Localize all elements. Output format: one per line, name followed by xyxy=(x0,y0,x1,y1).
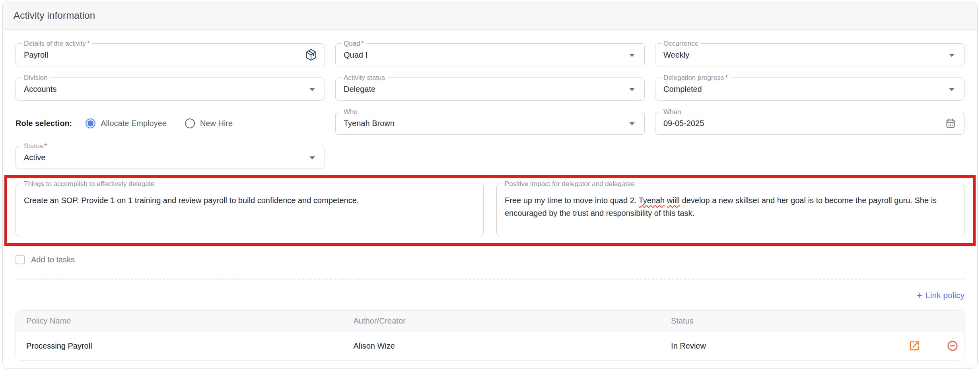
status-select[interactable]: Status* Active xyxy=(16,146,325,169)
details-of-activity-field[interactable]: Details of the activity* Payroll xyxy=(16,43,325,66)
dashed-divider xyxy=(16,279,964,279)
role-selection-label: Role selection: xyxy=(16,119,72,128)
who-select[interactable]: Who Tyenah Brown xyxy=(335,112,645,135)
cube-icon xyxy=(305,48,317,61)
status-cell: In Review xyxy=(661,341,879,351)
external-link-icon[interactable] xyxy=(908,340,920,352)
radio-selected-icon xyxy=(86,118,95,128)
required-marker: * xyxy=(362,40,364,47)
field-label: Activity status xyxy=(341,74,387,82)
add-to-tasks-checkbox[interactable]: Add to tasks xyxy=(16,255,964,264)
policy-name-cell: Processing Payroll xyxy=(16,341,343,351)
when-date-field[interactable]: When 09-05-2025 xyxy=(655,112,964,135)
activity-information-card: Activity information Details of the acti… xyxy=(2,1,978,369)
field-value: Accounts xyxy=(24,85,56,94)
field-value: 09-05-2025 xyxy=(663,119,704,128)
row-actions xyxy=(879,340,964,352)
field-value: Active xyxy=(24,153,45,162)
occurrence-select[interactable]: Occurrence Weekly xyxy=(655,43,964,66)
division-select[interactable]: Division Accounts xyxy=(16,78,325,101)
field-value: Payroll xyxy=(24,50,48,60)
checkbox-icon xyxy=(16,255,25,264)
radio-label: Allocate Employee xyxy=(101,119,167,128)
author-cell: Alison Wize xyxy=(343,341,661,351)
link-policy-button[interactable]: + Link policy xyxy=(917,290,964,301)
field-value: Quad I xyxy=(344,50,368,60)
field-label: Division xyxy=(21,74,50,82)
field-label: Positive impact for delegator and delega… xyxy=(502,180,637,188)
radio-unselected-icon xyxy=(185,118,195,128)
required-marker: * xyxy=(44,142,47,150)
column-header-status: Status xyxy=(661,316,879,326)
field-value: Tyenah Brown xyxy=(344,119,395,128)
field-label: Details of the activity* xyxy=(21,40,92,48)
field-value: Completed xyxy=(663,85,702,94)
link-policy-label: Link policy xyxy=(926,291,964,300)
field-value: Weekly xyxy=(663,50,689,60)
column-header-policy-name: Policy Name xyxy=(16,316,343,326)
field-label: Things to accomplish to effectively dele… xyxy=(21,180,157,188)
form-content: Details of the activity* Payroll Quad* Q… xyxy=(3,30,977,361)
card-header: Activity information xyxy=(3,1,977,30)
quad-select[interactable]: Quad* Quad I xyxy=(335,43,645,66)
form-grid: Details of the activity* Payroll Quad* Q… xyxy=(16,43,964,169)
page-title: Activity information xyxy=(14,10,95,21)
field-label: Delegation progress* xyxy=(661,74,730,82)
plus-icon: + xyxy=(917,290,922,301)
policy-table-header: Policy Name Author/Creator Status xyxy=(16,311,964,332)
policy-table: Policy Name Author/Creator Status Proces… xyxy=(16,310,964,361)
field-label: Occurrence xyxy=(661,40,701,48)
positive-impact-value: Free up my time to move into quad 2. Tye… xyxy=(497,184,964,219)
link-policy-row: + Link policy xyxy=(16,290,964,301)
role-selection-group: Role selection: Allocate Employee New Hi… xyxy=(16,112,325,135)
field-label: Status* xyxy=(21,142,49,150)
dropdown-arrow-icon xyxy=(949,88,955,91)
dropdown-arrow-icon xyxy=(949,54,955,57)
activity-status-select[interactable]: Activity status Delegate xyxy=(335,78,645,101)
radio-label: New Hire xyxy=(200,119,233,128)
remove-circle-icon[interactable] xyxy=(947,340,959,352)
dropdown-arrow-icon xyxy=(629,88,635,91)
positive-impact-textarea[interactable]: Positive impact for delegator and delega… xyxy=(496,184,964,236)
field-value: Delegate xyxy=(344,85,375,94)
required-marker: * xyxy=(87,40,90,47)
dropdown-arrow-icon xyxy=(629,54,635,57)
dropdown-arrow-icon xyxy=(629,122,635,125)
things-to-accomplish-textarea[interactable]: Things to accomplish to effectively dele… xyxy=(16,184,484,236)
field-label: Who xyxy=(341,108,360,116)
radio-new-hire[interactable]: New Hire xyxy=(185,118,233,128)
dropdown-arrow-icon xyxy=(309,156,315,159)
dropdown-arrow-icon xyxy=(309,88,315,91)
table-row: Processing Payroll Alison Wize In Review xyxy=(16,332,964,360)
required-marker: * xyxy=(725,74,728,81)
field-label: Quad* xyxy=(341,40,366,48)
radio-allocate-employee[interactable]: Allocate Employee xyxy=(86,118,167,128)
calendar-icon[interactable] xyxy=(944,117,957,130)
highlight-annotation-box: Things to accomplish to effectively dele… xyxy=(4,175,976,246)
field-label: When xyxy=(661,108,683,116)
column-header-author: Author/Creator xyxy=(343,316,661,326)
checkbox-label: Add to tasks xyxy=(31,255,75,264)
delegation-progress-select[interactable]: Delegation progress* Completed xyxy=(655,78,964,101)
